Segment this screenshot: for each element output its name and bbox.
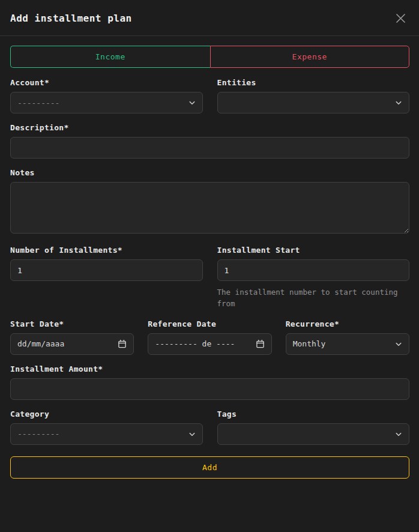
- entities-label: Entities: [217, 78, 410, 87]
- number-of-installments-label: Number of Installments*: [10, 246, 203, 255]
- category-select[interactable]: ---------: [10, 423, 203, 445]
- account-label: Account*: [10, 78, 203, 87]
- recurrence-select-value: Monthly: [293, 339, 326, 348]
- start-date-field: Start Date* dd/mm/aaaa: [10, 319, 134, 355]
- notes-field: Notes: [10, 168, 409, 236]
- entities-field: Entities: [217, 78, 410, 113]
- modal-title: Add installment plan: [10, 13, 132, 24]
- modal-header: Add installment plan: [0, 0, 419, 36]
- description-label: Description*: [10, 123, 409, 132]
- recurrence-label: Recurrence*: [286, 319, 409, 328]
- account-select[interactable]: ---------: [10, 92, 203, 113]
- entities-select[interactable]: [217, 92, 410, 113]
- installment-amount-label: Installment Amount*: [10, 364, 409, 373]
- recurrence-field: Recurrence* Monthly: [286, 319, 409, 355]
- category-label: Category: [10, 410, 203, 419]
- installment-amount-field: Installment Amount*: [10, 364, 409, 400]
- chevron-down-icon: [395, 99, 402, 106]
- description-field: Description*: [10, 123, 409, 159]
- start-date-input[interactable]: dd/mm/aaaa: [10, 333, 134, 355]
- close-button[interactable]: [393, 10, 409, 26]
- notes-textarea[interactable]: [10, 182, 409, 234]
- installment-amount-input[interactable]: [10, 378, 409, 400]
- calendar-icon: [256, 339, 265, 348]
- installment-start-field: Installment Start The installment number…: [217, 246, 410, 310]
- transaction-type-toggle: Income Expense: [10, 46, 409, 68]
- income-toggle-button[interactable]: Income: [10, 46, 210, 68]
- reference-date-input[interactable]: --------- de ----: [148, 333, 271, 355]
- expense-toggle-button[interactable]: Expense: [210, 46, 410, 68]
- category-select-value: ---------: [17, 429, 59, 438]
- account-select-value: ---------: [17, 98, 59, 107]
- recurrence-select[interactable]: Monthly: [286, 333, 409, 355]
- start-date-value: dd/mm/aaaa: [17, 339, 64, 348]
- add-button[interactable]: Add: [10, 456, 409, 479]
- number-of-installments-field: Number of Installments*: [10, 246, 203, 310]
- installment-start-help-text: The installment number to start counting…: [217, 286, 410, 310]
- tags-label: Tags: [217, 410, 410, 419]
- modal-body: Income Expense Account* --------- Entiti…: [0, 36, 419, 532]
- chevron-down-icon: [188, 431, 196, 438]
- category-field: Category ---------: [10, 410, 203, 445]
- chevron-down-icon: [188, 99, 196, 106]
- tags-select[interactable]: [217, 423, 410, 445]
- close-icon: [395, 17, 406, 26]
- chevron-down-icon: [395, 340, 402, 348]
- start-date-label: Start Date*: [10, 319, 134, 328]
- calendar-icon: [118, 339, 127, 348]
- installment-start-input[interactable]: [217, 259, 410, 281]
- notes-label: Notes: [10, 168, 409, 177]
- installment-start-label: Installment Start: [217, 246, 410, 255]
- description-input[interactable]: [10, 137, 409, 159]
- add-installment-plan-modal: Add installment plan Income Expense Acco…: [0, 0, 419, 532]
- tags-field: Tags: [217, 410, 410, 445]
- reference-date-label: Reference Date: [148, 319, 271, 328]
- chevron-down-icon: [395, 431, 402, 438]
- account-field: Account* ---------: [10, 78, 203, 113]
- number-of-installments-input[interactable]: [10, 259, 203, 281]
- reference-date-field: Reference Date --------- de ----: [148, 319, 271, 355]
- reference-date-value: --------- de ----: [155, 339, 235, 348]
